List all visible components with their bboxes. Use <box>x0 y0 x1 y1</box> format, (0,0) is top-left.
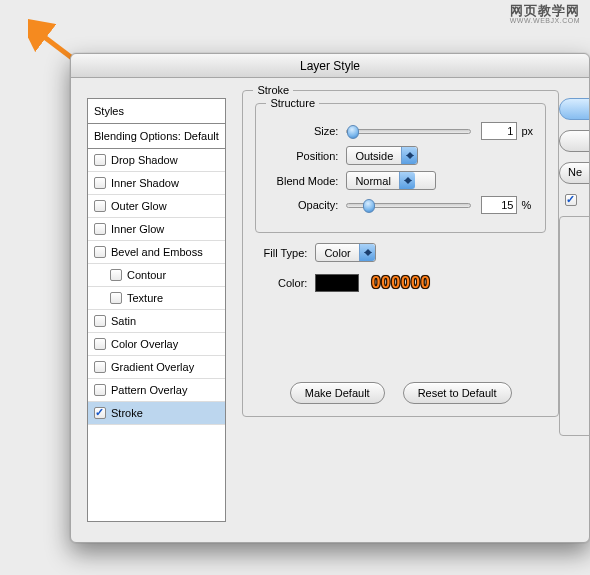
size-label: Size: <box>268 125 346 137</box>
filltype-row: Fill Type: Color <box>255 243 546 262</box>
dialog-body: Styles Blending Options: Default Drop Sh… <box>71 78 589 542</box>
color-label: Color: <box>255 277 315 289</box>
sidebar-item-label: Inner Shadow <box>111 177 179 189</box>
opacity-slider[interactable] <box>346 203 471 208</box>
preview-checkbox[interactable] <box>565 194 577 206</box>
sidebar-blending-options[interactable]: Blending Options: Default <box>88 124 225 149</box>
blendmode-value: Normal <box>355 175 390 187</box>
sidebar-checkbox[interactable] <box>110 292 122 304</box>
sidebar-item-satin[interactable]: Satin <box>88 310 225 333</box>
sidebar-item-label: Color Overlay <box>111 338 178 350</box>
dialog-title: Layer Style <box>71 54 589 78</box>
sidebar-item-outer-glow[interactable]: Outer Glow <box>88 195 225 218</box>
opacity-slider-thumb[interactable] <box>363 199 375 213</box>
sidebar-item-label: Stroke <box>111 407 143 419</box>
preview-box <box>559 216 589 436</box>
sidebar-item-label: Contour <box>127 269 166 281</box>
sidebar-item-stroke[interactable]: Stroke <box>88 402 225 425</box>
styles-sidebar: Styles Blending Options: Default Drop Sh… <box>87 98 226 522</box>
watermark-en: WWW.WEBJX.COM <box>510 17 580 24</box>
position-label: Position: <box>268 150 346 162</box>
preview-checkbox-row[interactable] <box>561 194 589 206</box>
opacity-label: Opacity: <box>268 199 346 211</box>
opacity-unit: % <box>521 199 531 211</box>
sidebar-item-texture[interactable]: Texture <box>88 287 225 310</box>
chevron-updown-icon <box>399 172 415 189</box>
sidebar-checkbox[interactable] <box>94 407 106 419</box>
sidebar-checkbox[interactable] <box>94 177 106 189</box>
blendmode-select[interactable]: Normal <box>346 171 436 190</box>
sidebar-item-inner-shadow[interactable]: Inner Shadow <box>88 172 225 195</box>
filltype-value: Color <box>324 247 350 259</box>
sidebar-item-label: Satin <box>111 315 136 327</box>
position-value: Outside <box>355 150 393 162</box>
sidebar-item-label: Pattern Overlay <box>111 384 187 396</box>
filltype-label: Fill Type: <box>255 247 315 259</box>
opacity-row: Opacity: % <box>268 196 533 214</box>
watermark: 网页教学网 WWW.WEBJX.COM <box>510 4 580 24</box>
sidebar-item-contour[interactable]: Contour <box>88 264 225 287</box>
default-buttons-row: Make Default Reset to Default <box>255 382 546 404</box>
dialog-right-column: Ne <box>559 78 589 542</box>
sidebar-checkbox[interactable] <box>94 315 106 327</box>
color-row: Color: 000000 <box>255 274 546 292</box>
cancel-button[interactable] <box>559 130 589 152</box>
sidebar-checkbox[interactable] <box>94 361 106 373</box>
sidebar-item-label: Bevel and Emboss <box>111 246 203 258</box>
ok-button[interactable] <box>559 98 589 120</box>
reset-default-button[interactable]: Reset to Default <box>403 382 512 404</box>
sidebar-checkbox[interactable] <box>94 246 106 258</box>
size-slider[interactable] <box>346 129 471 134</box>
sidebar-item-inner-glow[interactable]: Inner Glow <box>88 218 225 241</box>
sidebar-item-pattern-overlay[interactable]: Pattern Overlay <box>88 379 225 402</box>
position-row: Position: Outside <box>268 146 533 165</box>
sidebar-item-label: Outer Glow <box>111 200 167 212</box>
sidebar-checkbox[interactable] <box>110 269 122 281</box>
sidebar-item-label: Texture <box>127 292 163 304</box>
sidebar-item-label: Drop Shadow <box>111 154 178 166</box>
color-swatch[interactable] <box>315 274 359 292</box>
blendmode-row: Blend Mode: Normal <box>268 171 533 190</box>
stroke-group: Stroke Structure Size: px Position: <box>242 90 559 417</box>
sidebar-checkbox[interactable] <box>94 200 106 212</box>
opacity-input[interactable] <box>481 196 517 214</box>
sidebar-checkbox[interactable] <box>94 384 106 396</box>
structure-group: Structure Size: px Position: Outside <box>255 103 546 233</box>
sidebar-item-bevel-and-emboss[interactable]: Bevel and Emboss <box>88 241 225 264</box>
color-hex-annotation: 000000 <box>371 274 430 292</box>
sidebar-checkbox[interactable] <box>94 223 106 235</box>
new-style-button[interactable]: Ne <box>559 162 589 184</box>
size-row: Size: px <box>268 122 533 140</box>
layer-style-dialog: Layer Style Styles Blending Options: Def… <box>70 53 590 543</box>
blendmode-label: Blend Mode: <box>268 175 346 187</box>
sidebar-item-drop-shadow[interactable]: Drop Shadow <box>88 149 225 172</box>
structure-legend: Structure <box>266 97 319 109</box>
sidebar-item-label: Inner Glow <box>111 223 164 235</box>
stroke-panel: Stroke Structure Size: px Position: <box>226 78 559 542</box>
chevron-updown-icon <box>401 147 417 164</box>
size-input[interactable] <box>481 122 517 140</box>
sidebar-header[interactable]: Styles <box>88 99 225 124</box>
sidebar-checkbox[interactable] <box>94 154 106 166</box>
size-unit: px <box>521 125 533 137</box>
chevron-updown-icon <box>359 244 375 261</box>
sidebar-item-gradient-overlay[interactable]: Gradient Overlay <box>88 356 225 379</box>
position-select[interactable]: Outside <box>346 146 418 165</box>
watermark-cn: 网页教学网 <box>510 4 580 17</box>
sidebar-item-color-overlay[interactable]: Color Overlay <box>88 333 225 356</box>
sidebar-checkbox[interactable] <box>94 338 106 350</box>
stroke-legend: Stroke <box>253 84 293 96</box>
filltype-select[interactable]: Color <box>315 243 375 262</box>
sidebar-item-label: Gradient Overlay <box>111 361 194 373</box>
make-default-button[interactable]: Make Default <box>290 382 385 404</box>
size-slider-thumb[interactable] <box>347 125 359 139</box>
